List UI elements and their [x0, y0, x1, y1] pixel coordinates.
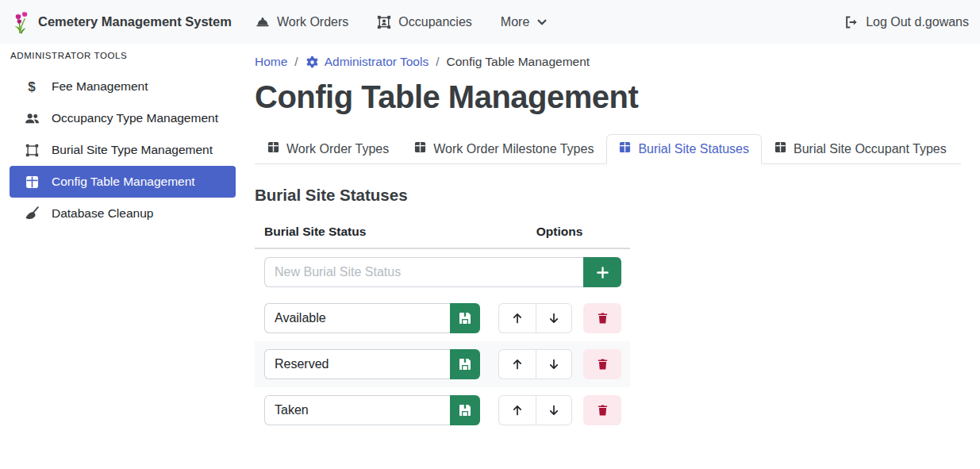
sidebar-item-label: Config Table Management — [52, 175, 195, 189]
hard-hat-icon — [256, 15, 270, 29]
tab-burial-site-statuses[interactable]: Burial Site Statuses — [606, 134, 762, 164]
breadcrumb-admin-tools-link[interactable]: Administrator Tools — [306, 55, 429, 69]
save-floppy-icon — [459, 404, 471, 417]
tab-label: Work Order Milestone Types — [433, 142, 594, 156]
gear-icon — [306, 56, 319, 69]
app-window: Cemetery Management System Work Orders — [0, 0, 980, 469]
tab-burial-site-occupant-types[interactable]: Burial Site Occupant Types — [762, 134, 959, 164]
trash-icon — [597, 358, 609, 371]
breadcrumb-separator: / — [436, 55, 439, 69]
plus-icon — [596, 266, 609, 279]
reorder-button-group — [498, 349, 572, 379]
sidebar-item-label: Burial Site Type Management — [52, 143, 213, 157]
table-icon — [267, 141, 279, 156]
save-status-button[interactable] — [450, 303, 480, 333]
sidebar-item-database-cleanup[interactable]: Database Cleanup — [10, 198, 236, 229]
add-status-button[interactable] — [583, 257, 621, 287]
arrow-down-icon — [548, 358, 560, 371]
arrow-up-icon — [511, 404, 524, 417]
sidebar-item-label: Occupancy Type Management — [52, 111, 218, 125]
delete-status-button[interactable] — [583, 395, 621, 425]
status-input[interactable] — [264, 395, 450, 425]
arrow-down-icon — [548, 404, 560, 417]
table-header-row: Burial Site Status Options — [255, 218, 630, 248]
people-icon — [24, 112, 40, 125]
trash-icon — [597, 404, 609, 417]
table-icon — [774, 141, 786, 156]
nav-work-orders[interactable]: Work Orders — [256, 15, 348, 29]
tab-work-order-milestone-types[interactable]: Work Order Milestone Types — [402, 134, 606, 164]
delete-status-button[interactable] — [583, 303, 621, 333]
arrow-up-icon — [511, 358, 524, 371]
table-icon — [24, 175, 40, 189]
move-down-button[interactable] — [536, 395, 573, 425]
status-input[interactable] — [264, 303, 450, 333]
move-down-button[interactable] — [536, 303, 573, 333]
nav-more-label: More — [501, 15, 529, 29]
breadcrumb-admin-tools-label: Administrator Tools — [325, 55, 429, 69]
save-floppy-icon — [459, 312, 471, 325]
vector-square-icon — [24, 144, 40, 157]
status-row — [255, 341, 630, 387]
tulips-logo-icon — [11, 10, 30, 35]
new-status-row — [255, 248, 630, 295]
new-status-input[interactable] — [264, 257, 583, 287]
page-title: Config Table Management — [255, 79, 961, 115]
breadcrumb: Home / Administrator Tools / Config Tabl… — [255, 55, 961, 69]
tab-label: Burial Site Occupant Types — [794, 142, 947, 156]
reorder-button-group — [498, 303, 572, 333]
column-header-status: Burial Site Status — [255, 218, 489, 248]
sidebar-item-label: Database Cleanup — [52, 206, 153, 221]
sidebar-item-burial-site-type-management[interactable]: Burial Site Type Management — [10, 134, 236, 166]
save-status-button[interactable] — [450, 349, 480, 379]
nav-links: Work Orders Occupancies More — [256, 15, 548, 29]
breadcrumb-home-label: Home — [255, 55, 287, 69]
nav-occupancies[interactable]: Occupancies — [377, 15, 472, 29]
broom-icon — [24, 206, 40, 221]
delete-status-button[interactable] — [583, 349, 621, 379]
trash-icon — [597, 312, 609, 325]
sidebar-item-occupancy-type-management[interactable]: Occupancy Type Management — [10, 102, 236, 134]
move-down-button[interactable] — [536, 349, 573, 379]
chevron-down-icon — [536, 17, 548, 28]
brand[interactable]: Cemetery Management System — [11, 10, 232, 35]
nav-work-orders-label: Work Orders — [277, 15, 348, 29]
dollar-icon: $ — [24, 80, 40, 94]
arrow-down-icon — [548, 312, 560, 325]
status-table: Burial Site Status Options — [255, 218, 630, 433]
top-navbar: Cemetery Management System Work Orders — [0, 0, 980, 44]
breadcrumb-home-link[interactable]: Home — [255, 55, 287, 69]
status-row — [255, 387, 630, 433]
nav-more[interactable]: More — [501, 15, 548, 29]
sidebar-item-label: Fee Management — [52, 79, 148, 94]
tab-work-order-types[interactable]: Work Order Types — [255, 134, 402, 164]
logout-label: Log Out d.gowans — [866, 15, 969, 29]
logout-button[interactable]: Log Out d.gowans — [844, 15, 969, 29]
column-header-options: Options — [489, 218, 630, 248]
nav-occupancies-label: Occupancies — [398, 15, 472, 29]
move-up-button[interactable] — [498, 395, 536, 425]
save-status-button[interactable] — [450, 395, 480, 425]
section-heading: Burial Site Statuses — [255, 186, 961, 205]
breadcrumb-separator: / — [294, 55, 298, 69]
tab-label: Burial Site Statuses — [638, 142, 749, 156]
sidebar-heading: ADMINISTRATOR TOOLS — [0, 51, 245, 60]
move-up-button[interactable] — [498, 349, 536, 379]
reorder-button-group — [498, 395, 572, 425]
table-icon — [414, 141, 426, 156]
status-row — [255, 295, 630, 341]
tab-bar: Work Order Types Work Order Milestone Ty… — [255, 134, 961, 164]
save-floppy-icon — [459, 358, 471, 371]
main-content: Home / Administrator Tools / Config Tabl… — [245, 44, 980, 469]
sign-out-icon — [844, 15, 859, 29]
move-up-button[interactable] — [498, 303, 536, 333]
tab-label: Work Order Types — [286, 142, 389, 156]
sidebar-item-fee-management[interactable]: $ Fee Management — [10, 71, 236, 102]
status-input[interactable] — [264, 349, 450, 379]
breadcrumb-current: Config Table Management — [447, 55, 590, 69]
app-title: Cemetery Management System — [38, 14, 232, 29]
admin-sidebar: ADMINISTRATOR TOOLS $ Fee Management — [0, 44, 245, 469]
sidebar-item-config-table-management[interactable]: Config Table Management — [10, 166, 236, 198]
sidebar-menu: $ Fee Management Occupancy Type Manageme… — [0, 71, 245, 229]
occupancy-frame-person-icon — [377, 15, 391, 29]
